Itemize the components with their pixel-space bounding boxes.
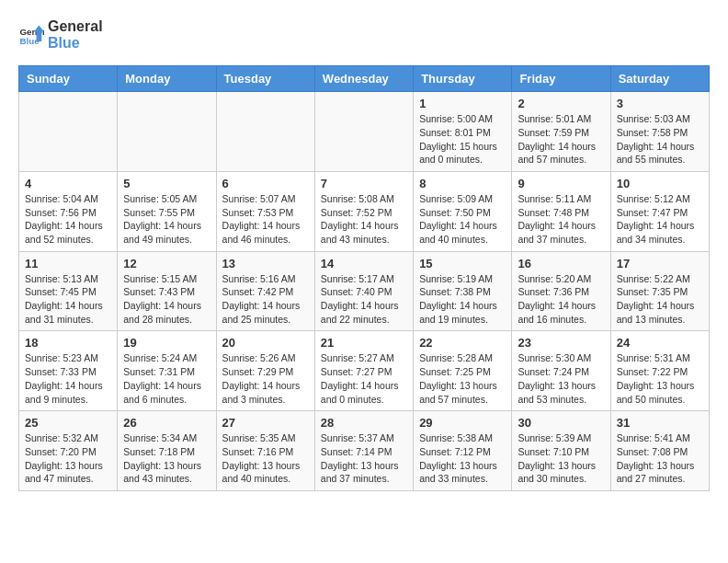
day-info: Daylight: 14 hours — [321, 219, 407, 233]
day-info: Daylight: 14 hours — [25, 219, 111, 233]
day-number: 9 — [518, 177, 604, 190]
day-info: Sunset: 7:20 PM — [25, 445, 111, 459]
day-number: 19 — [123, 336, 210, 350]
day-info: Daylight: 14 hours — [25, 299, 111, 313]
header: General Blue General Blue — [18, 18, 710, 51]
table-row: 5Sunrise: 5:05 AMSunset: 7:55 PMDaylight… — [118, 171, 216, 251]
day-number: 3 — [617, 97, 703, 110]
day-info: and 50 minutes. — [617, 393, 703, 407]
table-row — [314, 92, 413, 172]
day-info: Daylight: 14 hours — [518, 219, 604, 233]
day-info: Sunrise: 5:39 AM — [518, 431, 604, 445]
logo-icon: General Blue — [18, 22, 44, 48]
day-info: Daylight: 15 hours — [419, 140, 506, 154]
day-number: 26 — [123, 416, 210, 430]
day-info: Sunset: 7:08 PM — [617, 445, 703, 459]
table-row: 11Sunrise: 5:13 AMSunset: 7:45 PMDayligh… — [19, 251, 118, 331]
day-info: Daylight: 14 hours — [123, 379, 210, 393]
day-info: and 27 minutes. — [617, 472, 703, 486]
day-info: Sunset: 7:55 PM — [123, 206, 210, 220]
day-info: Daylight: 14 hours — [518, 299, 604, 313]
day-info: Daylight: 13 hours — [25, 459, 111, 473]
day-info: Sunset: 7:48 PM — [518, 206, 604, 220]
day-info: Daylight: 14 hours — [25, 379, 111, 393]
table-row: 16Sunrise: 5:20 AMSunset: 7:36 PMDayligh… — [512, 251, 610, 331]
day-info: and 57 minutes. — [419, 393, 506, 407]
calendar-table: Sunday Monday Tuesday Wednesday Thursday… — [18, 65, 710, 491]
day-info: and 57 minutes. — [518, 153, 604, 167]
day-info: Daylight: 14 hours — [617, 299, 703, 313]
day-number: 22 — [419, 336, 506, 350]
day-info: Sunrise: 5:15 AM — [123, 272, 210, 286]
day-number: 15 — [419, 257, 506, 270]
day-info: Daylight: 14 hours — [419, 299, 506, 313]
day-number: 6 — [222, 177, 309, 190]
day-info: and 33 minutes. — [419, 472, 506, 486]
table-row: 26Sunrise: 5:34 AMSunset: 7:18 PMDayligh… — [118, 411, 216, 491]
day-info: and 3 minutes. — [222, 393, 309, 407]
day-info: Sunrise: 5:37 AM — [321, 431, 407, 445]
col-monday: Monday — [118, 66, 216, 92]
day-info: Sunset: 7:35 PM — [617, 285, 703, 299]
day-info: Sunrise: 5:17 AM — [321, 272, 407, 286]
day-number: 31 — [617, 416, 703, 430]
day-info: and 43 minutes. — [321, 233, 407, 247]
logo-general-text: General — [48, 18, 103, 35]
day-info: and 55 minutes. — [617, 153, 703, 167]
day-info: Sunrise: 5:32 AM — [25, 431, 111, 445]
day-info: Sunrise: 5:07 AM — [222, 192, 309, 206]
day-info: Daylight: 14 hours — [617, 219, 703, 233]
day-info: Sunrise: 5:34 AM — [123, 431, 210, 445]
day-info: Daylight: 13 hours — [123, 459, 210, 473]
calendar-week-row: 25Sunrise: 5:32 AMSunset: 7:20 PMDayligh… — [19, 411, 710, 491]
day-info: Daylight: 14 hours — [321, 379, 407, 393]
table-row: 12Sunrise: 5:15 AMSunset: 7:43 PMDayligh… — [118, 251, 216, 331]
day-info: Sunset: 7:59 PM — [518, 126, 604, 140]
day-number: 18 — [25, 336, 111, 350]
col-saturday: Saturday — [610, 66, 709, 92]
table-row: 30Sunrise: 5:39 AMSunset: 7:10 PMDayligh… — [512, 411, 610, 491]
day-info: Sunrise: 5:16 AM — [222, 272, 309, 286]
day-info: and 46 minutes. — [222, 233, 309, 247]
day-info: Sunrise: 5:24 AM — [123, 351, 210, 365]
day-info: Sunset: 7:16 PM — [222, 445, 309, 459]
day-number: 5 — [123, 177, 210, 190]
day-number: 27 — [222, 416, 309, 430]
table-row: 18Sunrise: 5:23 AMSunset: 7:33 PMDayligh… — [19, 331, 118, 411]
day-info: Sunset: 7:27 PM — [321, 365, 407, 379]
day-info: Daylight: 13 hours — [518, 379, 604, 393]
day-info: and 37 minutes. — [518, 233, 604, 247]
table-row: 15Sunrise: 5:19 AMSunset: 7:38 PMDayligh… — [414, 251, 512, 331]
day-number: 13 — [222, 257, 309, 270]
table-row: 6Sunrise: 5:07 AMSunset: 7:53 PMDaylight… — [216, 171, 314, 251]
day-info: Sunrise: 5:22 AM — [617, 272, 703, 286]
calendar-week-row: 18Sunrise: 5:23 AMSunset: 7:33 PMDayligh… — [19, 331, 710, 411]
day-info: Sunset: 7:52 PM — [321, 206, 407, 220]
calendar-week-row: 4Sunrise: 5:04 AMSunset: 7:56 PMDaylight… — [19, 171, 710, 251]
day-number: 20 — [222, 336, 309, 350]
day-info: Sunrise: 5:30 AM — [518, 351, 604, 365]
day-number: 8 — [419, 177, 506, 190]
table-row: 10Sunrise: 5:12 AMSunset: 7:47 PMDayligh… — [610, 171, 709, 251]
day-info: Daylight: 14 hours — [321, 299, 407, 313]
day-info: Sunset: 7:24 PM — [518, 365, 604, 379]
day-info: Daylight: 14 hours — [123, 299, 210, 313]
day-info: and 40 minutes. — [419, 233, 506, 247]
day-info: Sunset: 7:29 PM — [222, 365, 309, 379]
table-row — [118, 92, 216, 172]
day-info: Sunrise: 5:27 AM — [321, 351, 407, 365]
day-number: 4 — [25, 177, 111, 190]
day-info: and 9 minutes. — [25, 393, 111, 407]
day-info: Sunrise: 5:05 AM — [123, 192, 210, 206]
day-info: and 0 minutes. — [321, 393, 407, 407]
day-number: 17 — [617, 257, 703, 270]
table-row: 19Sunrise: 5:24 AMSunset: 7:31 PMDayligh… — [118, 331, 216, 411]
day-number: 29 — [419, 416, 506, 430]
day-info: Daylight: 14 hours — [518, 140, 604, 154]
table-row: 23Sunrise: 5:30 AMSunset: 7:24 PMDayligh… — [512, 331, 610, 411]
day-info: Sunset: 7:33 PM — [25, 365, 111, 379]
table-row: 4Sunrise: 5:04 AMSunset: 7:56 PMDaylight… — [19, 171, 118, 251]
day-info: Sunset: 7:47 PM — [617, 206, 703, 220]
table-row: 27Sunrise: 5:35 AMSunset: 7:16 PMDayligh… — [216, 411, 314, 491]
col-sunday: Sunday — [19, 66, 118, 92]
